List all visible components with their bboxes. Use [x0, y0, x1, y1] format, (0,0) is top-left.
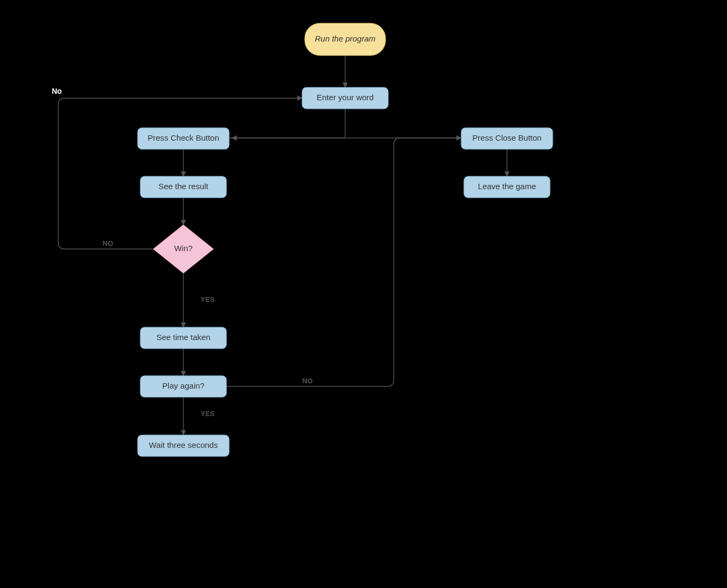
node-see-result: See the result	[159, 182, 209, 191]
node-press-check: Press Check Button	[148, 133, 220, 142]
edge-play-no	[227, 138, 461, 386]
edge-label-top-no: No	[52, 87, 62, 95]
edge-label-play-no: NO	[302, 377, 313, 385]
node-win: Win?	[174, 244, 193, 253]
edge-label-win-no: NO	[102, 239, 113, 247]
node-leave: Leave the game	[478, 182, 536, 191]
node-enter: Enter your word	[317, 93, 374, 102]
node-start: Run the program	[315, 34, 376, 43]
edge-label-win-yes: YES	[201, 295, 215, 303]
node-play-again: Play again?	[162, 381, 204, 390]
edge-win-no	[58, 98, 302, 249]
node-wait: Wait three seconds	[149, 440, 218, 449]
node-press-close: Press Close Button	[472, 133, 541, 142]
node-see-time: See time taken	[156, 333, 210, 342]
edge-label-play-yes: YES	[201, 410, 215, 418]
